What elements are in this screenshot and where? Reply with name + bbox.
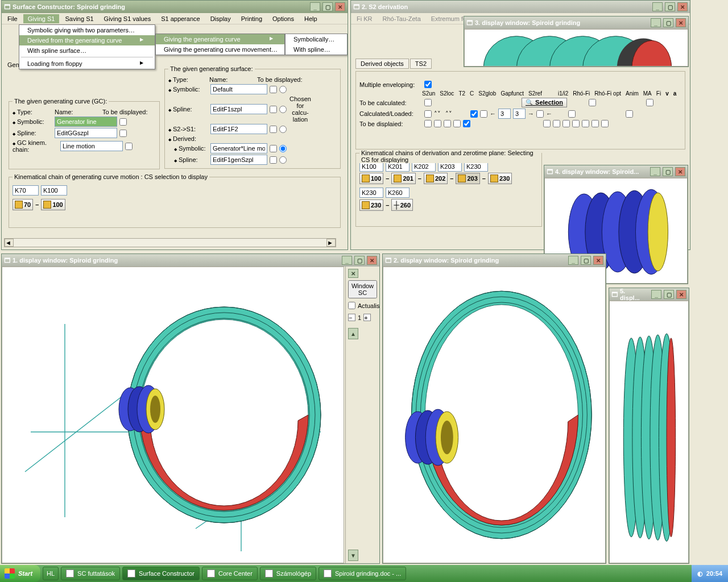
gc-spline-input[interactable] [55,128,117,138]
gs-spline-radio[interactable] [279,106,287,113]
window-sc-button[interactable]: Window SC [348,280,377,298]
close-button[interactable]: ✕ [593,256,603,265]
kc-btn-202[interactable]: 202 [424,173,448,184]
gc-kinem-input[interactable] [60,141,123,151]
minimize-button[interactable]: _ [568,256,578,265]
dd2-gen-curve-movement[interactable]: Giving the generating curve movement… [156,44,284,55]
tbd-c8[interactable] [562,120,570,127]
tbd-c11[interactable] [592,120,599,127]
cl-c6[interactable] [626,110,633,118]
tbd-c7[interactable] [553,120,560,127]
maximize-button[interactable]: ▢ [322,2,333,11]
maximize-button[interactable]: ▢ [581,256,591,265]
start-button[interactable]: Start [0,565,40,582]
kc-btn-100[interactable]: 100 [359,173,383,184]
kin-k70[interactable] [13,185,39,196]
kc-btn-201[interactable]: 201 [391,173,415,184]
tbd-c2[interactable] [434,120,441,127]
tbd-c4[interactable] [453,120,461,127]
cl-c2[interactable] [470,110,478,118]
d5-titlebar[interactable]: 🗔 5. displ... _ ▢ ✕ [609,288,689,301]
close-button[interactable]: ✕ [335,2,345,11]
tab-derived-objects[interactable]: Derived objects [355,59,409,69]
minimize-button[interactable]: _ [310,2,320,11]
menu-printing[interactable]: Printing [237,14,267,23]
plus-icon[interactable]: + [363,314,371,321]
d2-3d-view[interactable] [383,267,605,563]
dd2-gen-curve[interactable]: Giving the generating curve [156,34,284,44]
d2-titlebar[interactable]: 🗔 2. display window: Spiroid grinding _ … [383,254,606,267]
gs-dspline-disp[interactable] [270,156,277,164]
maximize-button[interactable]: ▢ [354,256,365,265]
cl-c4[interactable] [536,110,544,118]
dd3-symbolically[interactable]: Symbolically… [286,34,347,44]
maximize-button[interactable]: ▢ [665,2,675,11]
minimize-button[interactable]: _ [651,290,661,299]
cl-c5[interactable] [568,110,576,118]
minimize-button[interactable]: _ [342,256,352,265]
updown-icon[interactable]: ˄˅ [434,110,441,118]
gs-dspline-radio[interactable] [279,156,287,164]
panel-close[interactable]: ✕ [348,269,358,278]
menu-giving-s1-values[interactable]: Giving S1 values [100,14,156,23]
task-spiroid-doc[interactable]: Spiroid grinding.doc - ... [318,567,406,580]
scroll-up[interactable]: ▲ [348,328,358,339]
kc-btn-203[interactable]: 203 [456,173,479,184]
d1-titlebar[interactable]: 🗔 1. display window: Spiroid grinding _ … [2,254,379,267]
maximize-button[interactable]: ▢ [663,167,673,176]
close-button[interactable]: ✕ [675,167,685,176]
actualise-check[interactable] [348,302,355,309]
tbd-c12[interactable] [601,120,609,127]
scroll-down[interactable]: ▼ [348,550,358,561]
task-szamologep[interactable]: Számológép [260,567,316,580]
gs-dsymbolic-input[interactable] [210,143,267,153]
gs-s2s1-disp[interactable] [270,126,277,133]
tbd-c1[interactable] [424,120,432,127]
sc-titlebar[interactable]: 🗔 Surface Constructor: Spiroid grinding … [2,1,348,13]
systray[interactable]: ◐ 20:54 [692,565,728,582]
tab-ts2[interactable]: TS2 [410,59,432,69]
gc-spline-check[interactable] [119,130,127,137]
close-button[interactable]: ✕ [677,2,688,11]
d3-titlebar[interactable]: 🗔 3. display window: Spiroid grinding _ … [464,16,688,29]
tbd-c6[interactable] [543,120,551,127]
d4-titlebar[interactable]: 🗔 4. display window: Spiroid... _ ▢ ✕ [544,165,688,178]
d3-3d-view[interactable] [465,30,688,66]
cl-c3[interactable] [480,110,487,118]
gs-symbolic-radio[interactable] [279,86,287,93]
selection-button[interactable]: 🔍 Selection [522,98,567,107]
tbd-c9[interactable] [572,120,580,127]
dd1-derived[interactable]: Derived from the generating curve [19,35,155,45]
tbc-c2[interactable] [589,99,596,106]
task-core-center[interactable]: Core Center [202,567,258,580]
tbd-c10[interactable] [582,120,589,127]
gc-symbolic-check[interactable] [119,118,127,126]
gs-symbolic-disp[interactable] [270,86,277,93]
kin-btn-70[interactable]: 70 [13,199,33,210]
tbc-c1[interactable] [424,99,432,106]
tbd-c5[interactable] [463,120,470,127]
minimize-button[interactable]: _ [651,18,661,27]
dd1-symbolic-two[interactable]: Symbolic giving with two parameters… [19,25,155,35]
gc-kinem-check[interactable] [125,143,133,150]
sc-scrollbar[interactable]: ◄► [4,238,336,247]
kc-btn-230b[interactable]: 230 [359,199,383,211]
gs-dspline-input[interactable] [210,155,267,165]
task-surface-constructor[interactable]: Surface Constructor [122,567,200,580]
updown-icon[interactable]: ˄˅ [445,110,452,118]
gs-s2s1-radio[interactable] [279,126,287,133]
cl-num2[interactable] [513,109,526,119]
d5-3d-view[interactable] [610,301,688,563]
kc-k260[interactable] [386,188,410,198]
menu-s1-appearance[interactable]: S1 apperance [156,14,205,23]
maximize-button[interactable]: ▢ [664,290,674,299]
menu-file[interactable]: File [3,14,22,23]
gs-spline-input[interactable] [210,104,267,114]
s2-menu-fikr[interactable]: Fi KR [352,14,377,23]
menu-saving-s1[interactable]: Saving S1 [60,14,98,23]
menu-display[interactable]: Display [206,14,235,23]
gs-s2s1-input[interactable] [210,124,267,134]
gs-symbolic-input[interactable] [210,84,267,94]
task-sc-futtatsok[interactable]: SC futtatások [61,567,120,580]
kin-k100[interactable] [41,185,67,196]
